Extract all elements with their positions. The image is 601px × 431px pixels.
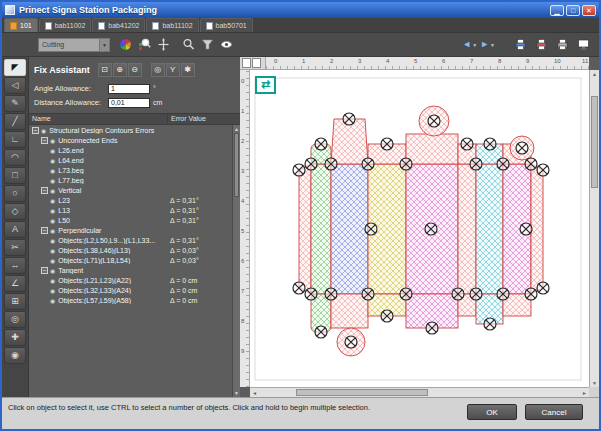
expander-icon[interactable]: − <box>32 127 39 134</box>
tree-row[interactable]: −◉Tangent <box>29 265 232 275</box>
close-icon[interactable]: ✕ <box>582 5 596 16</box>
visibility-eye-icon[interactable]: ◉ <box>50 227 55 234</box>
tree-row[interactable]: ◉L26.end <box>29 145 232 155</box>
angle-allowance-input[interactable] <box>108 84 150 94</box>
tree-row[interactable]: ◉Objects:(L2,L50,L9...)(L1,L33...Δ = 0,3… <box>29 235 232 245</box>
inspect-colors-icon[interactable] <box>136 36 153 53</box>
visibility-eye-icon[interactable]: ◉ <box>50 197 55 204</box>
pen-tool[interactable]: ✎ <box>4 95 26 112</box>
error-marker[interactable] <box>315 326 327 338</box>
error-marker[interactable] <box>470 158 482 170</box>
error-marker[interactable] <box>345 336 357 348</box>
visibility-eye-icon[interactable]: ◉ <box>50 157 55 164</box>
error-marker[interactable] <box>484 318 496 330</box>
tree-row[interactable]: −◉Perpendicular <box>29 225 232 235</box>
tab-bab11002[interactable]: bab11002 <box>39 18 92 32</box>
error-marker[interactable] <box>400 288 412 300</box>
circle-tool[interactable]: ○ <box>4 185 26 202</box>
visibility-eye-icon[interactable]: ◉ <box>50 297 55 304</box>
error-marker[interactable] <box>461 138 473 150</box>
tab-bab11102[interactable]: bab11102 <box>146 18 198 32</box>
expander-icon[interactable]: − <box>41 137 48 144</box>
select-errors-icon[interactable]: ⊡ <box>98 63 112 77</box>
error-marker[interactable] <box>537 164 549 176</box>
canvas-vscroll-thumb[interactable] <box>591 96 598 188</box>
error-marker[interactable] <box>426 322 438 334</box>
error-marker[interactable] <box>305 158 317 170</box>
tree-scroll-thumb[interactable] <box>234 133 239 197</box>
rectangle-tool[interactable]: □ <box>4 167 26 184</box>
pan-tool[interactable]: ✚ <box>4 329 26 346</box>
error-marker[interactable] <box>484 138 496 150</box>
visibility-eye-icon[interactable]: ◉ <box>50 167 55 174</box>
maximize-icon[interactable]: □ <box>566 5 580 16</box>
direction-arrow-icon[interactable]: ⇄ <box>255 76 276 94</box>
settings-icon[interactable]: ✱ <box>181 63 195 77</box>
canvas-viewport[interactable]: ⇄ <box>250 70 589 387</box>
column-name[interactable]: Name <box>29 114 168 124</box>
visibility-icon[interactable] <box>218 36 235 53</box>
visibility-eye-icon[interactable]: ◉ <box>50 267 55 274</box>
scroll-down-icon[interactable]: ▼ <box>592 379 597 387</box>
visibility-eye-icon[interactable]: ◉ <box>50 147 55 154</box>
zoom-region-icon[interactable] <box>180 36 197 53</box>
scroll-right-icon[interactable]: ► <box>582 389 587 397</box>
visibility-eye-icon[interactable]: ◉ <box>41 127 46 134</box>
dimension-tool[interactable]: ↔ <box>4 257 26 274</box>
forward-icon[interactable]: ► <box>479 36 490 53</box>
print-gray-icon[interactable] <box>554 36 571 53</box>
scroll-up-icon[interactable]: ▲ <box>233 125 240 133</box>
cut-tool[interactable]: ✂ <box>4 239 26 256</box>
error-marker[interactable] <box>325 288 337 300</box>
visibility-eye-icon[interactable]: ◉ <box>50 247 55 254</box>
error-marker[interactable] <box>525 158 537 170</box>
visibility-eye-icon[interactable]: ◉ <box>50 217 55 224</box>
column-error-value[interactable]: Error Value <box>168 114 240 124</box>
scroll-down-icon[interactable]: ▼ <box>233 389 240 397</box>
ok-button[interactable]: OK <box>467 404 517 420</box>
error-marker[interactable] <box>362 158 374 170</box>
error-marker[interactable] <box>428 115 440 127</box>
tree-row[interactable]: ◉Objects:(L71)(L18,L54)Δ = 0,03° <box>29 255 232 265</box>
preview-monitor-icon[interactable] <box>575 36 592 53</box>
error-marker[interactable] <box>293 164 305 176</box>
visibility-eye-icon[interactable]: ◉ <box>50 277 55 284</box>
tree-row[interactable]: ◉L23Δ = 0,31° <box>29 195 232 205</box>
error-marker[interactable] <box>497 158 509 170</box>
error-marker[interactable] <box>381 310 393 322</box>
zoom-tool[interactable]: ◎ <box>4 311 26 328</box>
filter-icon[interactable] <box>199 36 216 53</box>
move-view-icon[interactable] <box>155 36 172 53</box>
zoom-selection-icon[interactable]: ◎ <box>151 63 165 77</box>
visibility-eye-icon[interactable]: ◉ <box>50 237 55 244</box>
print-blue-icon[interactable] <box>512 36 529 53</box>
back-icon[interactable]: ◄ <box>461 36 472 53</box>
zoom-in-icon[interactable]: ⊕ <box>113 63 127 77</box>
multi-view-icon[interactable] <box>252 58 261 68</box>
cancel-button[interactable]: Cancel <box>525 404 583 420</box>
expander-icon[interactable]: − <box>41 187 48 194</box>
visibility-eye-icon[interactable]: ◉ <box>50 187 55 194</box>
error-marker[interactable] <box>537 282 549 294</box>
canvas-hscrollbar[interactable]: ◄ ► <box>250 387 589 397</box>
tab-bab50701[interactable]: bab50701 <box>200 18 253 32</box>
die-panels[interactable] <box>299 106 543 356</box>
line-tool[interactable]: ╱ <box>4 113 26 130</box>
canvas-hscroll-thumb[interactable] <box>296 389 428 396</box>
error-marker[interactable] <box>305 288 317 300</box>
error-marker[interactable] <box>525 288 537 300</box>
error-marker[interactable] <box>293 282 305 294</box>
error-marker[interactable] <box>365 223 377 235</box>
select-tool[interactable]: ◤ <box>4 59 26 76</box>
expander-icon[interactable]: − <box>41 267 48 274</box>
error-marker[interactable] <box>343 113 355 125</box>
scroll-up-icon[interactable]: ▲ <box>592 70 597 78</box>
direct-select-tool[interactable]: ◁ <box>4 77 26 94</box>
error-marker[interactable] <box>520 223 532 235</box>
canvas-vscrollbar[interactable]: ▲ ▼ <box>589 70 599 387</box>
color-wheel-icon[interactable] <box>117 36 134 53</box>
layers-tool[interactable]: ◉ <box>4 347 26 364</box>
visibility-eye-icon[interactable]: ◉ <box>50 207 55 214</box>
visibility-eye-icon[interactable]: ◉ <box>50 137 55 144</box>
forward-history-icon[interactable]: ▼ <box>490 42 497 48</box>
